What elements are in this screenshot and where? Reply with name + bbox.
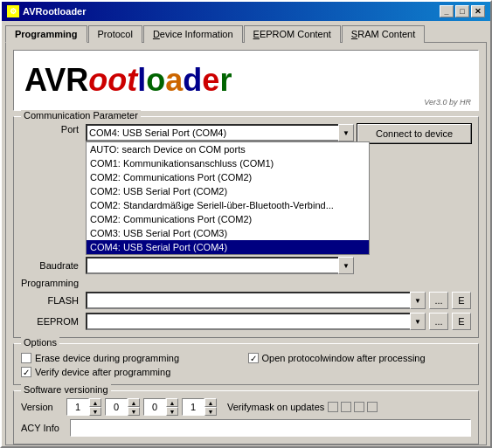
- programming-label: Programming: [21, 278, 82, 288]
- version-up-2[interactable]: ▲: [128, 398, 140, 407]
- window-title: AVRootloader: [23, 6, 87, 17]
- verify-checkbox-row: ✓ Verify device after programming: [21, 367, 245, 377]
- tab-eeprom-label: EEPROM Content: [253, 29, 331, 39]
- version-down-3[interactable]: ▼: [166, 407, 178, 416]
- flash-select-wrapper: ▼: [86, 292, 426, 309]
- baudrate-label: Baudrate: [21, 260, 82, 271]
- maximize-button[interactable]: □: [455, 5, 469, 17]
- flash-label: FLASH: [21, 295, 82, 306]
- verify-label: Verify device after programming: [35, 367, 170, 377]
- version-up-1[interactable]: ▲: [89, 398, 101, 407]
- version-down-2[interactable]: ▼: [128, 407, 140, 416]
- dropdown-item-5[interactable]: COM2: Communications Port (COM2): [87, 212, 369, 226]
- acy-label: ACY Info: [21, 423, 66, 433]
- tab-bar: Programming Protocol Device Information …: [2, 21, 490, 42]
- port-dropdown-arrow[interactable]: ▼: [338, 124, 354, 141]
- logo-avr: AVR: [24, 62, 88, 98]
- tab-device-info[interactable]: Device Information: [143, 25, 243, 43]
- port-dropdown[interactable]: COM4: USB Serial Port (COM4): [86, 124, 354, 141]
- version-down-4[interactable]: ▼: [204, 407, 217, 416]
- protocol-checkbox[interactable]: ✓: [248, 353, 259, 363]
- version-input-2[interactable]: [105, 398, 128, 416]
- version-spin-1: ▲ ▼: [66, 398, 101, 416]
- version-spin-buttons-4: ▲ ▼: [204, 398, 217, 416]
- comm-param-group: Communication Parameter Port COM4: USB S…: [13, 116, 479, 338]
- baudrate-dropdown[interactable]: [86, 257, 354, 274]
- version-up-3[interactable]: ▲: [166, 398, 178, 407]
- flash-ellipsis-button[interactable]: ...: [429, 292, 448, 309]
- content-area: AVRootloader Ver3.0 by HR Communication …: [5, 42, 487, 445]
- port-value: COM4: USB Serial Port (COM4): [89, 128, 226, 138]
- eeprom-ellipsis-button[interactable]: ...: [429, 313, 448, 330]
- version-up-4[interactable]: ▲: [204, 398, 217, 407]
- port-select-wrapper: COM4: USB Serial Port (COM4) ▼ AUTO: sea…: [86, 124, 354, 141]
- app-icon: ⚙: [7, 5, 19, 17]
- minimize-button[interactable]: _: [440, 5, 454, 17]
- dropdown-item-4[interactable]: COM2: Standardmäßige Seriell-über-Blueto…: [87, 198, 369, 212]
- verifymask-check-4[interactable]: [367, 402, 378, 412]
- eeprom-e-button[interactable]: E: [452, 313, 471, 330]
- flash-dropdown[interactable]: [86, 292, 426, 309]
- connect-button[interactable]: Connect to device: [357, 124, 471, 143]
- dropdown-item-0[interactable]: AUTO: search Device on COM ports: [87, 142, 369, 156]
- acy-input[interactable]: [70, 419, 471, 437]
- verifymask-label: Verifymask on updates: [227, 402, 324, 412]
- version-input-3[interactable]: [143, 398, 166, 416]
- options-label: Options: [21, 337, 59, 348]
- tab-sram-label: SRAM Content: [351, 29, 415, 39]
- dropdown-item-7[interactable]: COM4: USB Serial Port (COM4): [87, 240, 369, 254]
- options-group: Options Erase device during programming …: [13, 343, 479, 385]
- verify-checkbox[interactable]: ✓: [21, 367, 31, 377]
- logo-oot: oot: [88, 62, 137, 98]
- versioning-label: Software versioning: [21, 384, 111, 395]
- protocol-label: Open protocolwindow after processing: [262, 353, 426, 363]
- erase-label: Erase device during programming: [35, 353, 179, 363]
- dropdown-item-3[interactable]: COM2: USB Serial Port (COM2): [87, 184, 369, 198]
- version-input-1[interactable]: [66, 398, 89, 416]
- version-spin-buttons-3: ▲ ▼: [166, 398, 178, 416]
- tab-protocol[interactable]: Protocol: [88, 25, 142, 43]
- tab-programming[interactable]: Programming: [5, 25, 87, 43]
- version-label: Version: [21, 402, 63, 412]
- comm-param-label: Communication Parameter: [21, 110, 141, 121]
- erase-checkbox[interactable]: [21, 353, 31, 363]
- dropdown-item-1[interactable]: COM1: Kommunikationsanschluss (COM1): [87, 156, 369, 170]
- eeprom-label: EEPROM: [21, 316, 82, 327]
- tab-protocol-label: Protocol: [98, 29, 133, 39]
- title-bar: ⚙ AVRootloader _ □ ✕: [2, 2, 490, 21]
- tab-eeprom[interactable]: EEPROM Content: [244, 25, 341, 43]
- tab-sram[interactable]: SRAM Content: [342, 25, 425, 43]
- baudrate-dropdown-arrow[interactable]: ▼: [338, 257, 354, 274]
- close-button[interactable]: ✕: [471, 5, 485, 17]
- version-spin-buttons-2: ▲ ▼: [128, 398, 140, 416]
- eeprom-select-wrapper: ▼: [86, 313, 426, 330]
- dropdown-item-2[interactable]: COM2: Communications Port (COM2): [87, 170, 369, 184]
- eeprom-dropdown-arrow[interactable]: ▼: [410, 313, 426, 330]
- version-spin-2: ▲ ▼: [105, 398, 140, 416]
- tab-device-info-label: Device Information: [153, 29, 233, 39]
- version-spin-4: ▲ ▼: [182, 398, 217, 416]
- window: ⚙ AVRootloader _ □ ✕ Programming Protoco…: [0, 0, 492, 448]
- eeprom-dropdown[interactable]: [86, 313, 426, 330]
- tab-programming-label: Programming: [15, 29, 78, 39]
- flash-e-button[interactable]: E: [452, 292, 471, 309]
- title-buttons: _ □ ✕: [440, 5, 485, 17]
- version-down-1[interactable]: ▼: [89, 407, 101, 416]
- logo-version: Ver3.0 by HR: [424, 98, 471, 107]
- port-label: Port: [21, 124, 82, 134]
- version-input-4[interactable]: [182, 398, 204, 416]
- verifymask-check-3[interactable]: [354, 402, 364, 412]
- verify-checkboxes: [328, 402, 378, 412]
- protocol-checkbox-row: ✓ Open protocolwindow after processing: [248, 353, 472, 363]
- flash-dropdown-arrow[interactable]: ▼: [410, 292, 426, 309]
- versioning-group: Software versioning Version ▲ ▼ ▲ ▼: [13, 390, 479, 445]
- logo-loader: loader: [137, 62, 232, 98]
- version-spin-3: ▲ ▼: [143, 398, 178, 416]
- logo: AVRootloader: [24, 62, 232, 99]
- erase-checkbox-row: Erase device during programming: [21, 353, 245, 363]
- verifymask-check-1[interactable]: [328, 402, 338, 412]
- dropdown-item-6[interactable]: COM3: USB Serial Port (COM3): [87, 226, 369, 240]
- verifymask-check-2[interactable]: [341, 402, 351, 412]
- baudrate-select-wrapper: ▼: [86, 257, 354, 274]
- title-bar-text: ⚙ AVRootloader: [7, 5, 87, 17]
